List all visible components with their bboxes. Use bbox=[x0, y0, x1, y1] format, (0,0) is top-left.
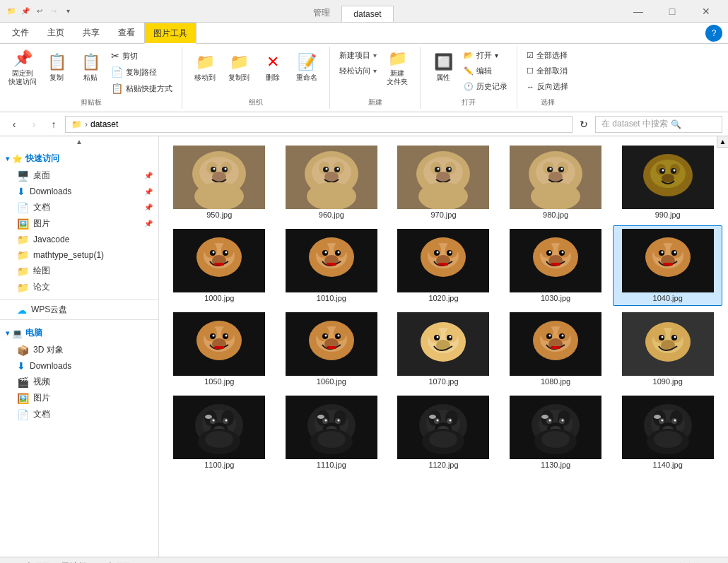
undo-icon[interactable]: ↩ bbox=[34, 6, 45, 17]
downloads-icon-computer: ⬇ bbox=[17, 360, 25, 372]
deselect-label: 全部取消 bbox=[536, 66, 568, 76]
svg-point-183 bbox=[324, 420, 327, 422]
copy-button[interactable]: 📋 复制 bbox=[40, 48, 74, 88]
quick-access-icon[interactable]: 📌 bbox=[20, 6, 31, 17]
tab-view[interactable]: 查看 bbox=[109, 23, 144, 43]
tab-home[interactable]: 主页 bbox=[38, 23, 74, 43]
image-label: 1040.jpg bbox=[653, 294, 683, 302]
svg-point-174 bbox=[205, 431, 233, 448]
image-item[interactable]: 1130.jpg bbox=[501, 392, 611, 473]
computer-header[interactable]: ▾ 💻 电脑 bbox=[0, 324, 158, 342]
svg-point-231 bbox=[654, 415, 661, 419]
ribbon-content: 📌 固定到快速访问 📋 复制 📋 粘贴 ✂ 剪切 bbox=[0, 44, 728, 112]
select-all-button[interactable]: ☑ 全部选择 bbox=[523, 48, 572, 63]
image-item[interactable]: 1040.jpg bbox=[613, 225, 722, 306]
new-item-button[interactable]: 新建项目 ▾ bbox=[336, 48, 380, 63]
sidebar-item-downloads-quick[interactable]: ⬇ Downloads 📌 bbox=[0, 184, 158, 199]
image-item[interactable]: 1080.jpg bbox=[501, 309, 611, 389]
pictures-icon-computer: 🖼️ bbox=[17, 393, 29, 404]
copy-path-button[interactable]: 📄 复制路径 bbox=[107, 64, 176, 80]
sidebar-item-mathtype[interactable]: 📁 mathtype_setup(1) bbox=[0, 247, 158, 263]
quick-access-header[interactable]: ▾ ⭐ 快速访问 bbox=[0, 150, 158, 167]
pin-to-quickaccess-button[interactable]: 📌 固定到快速访问 bbox=[6, 48, 40, 88]
move-label: 移动到 bbox=[194, 73, 216, 83]
image-item[interactable]: 1050.jpg bbox=[165, 309, 274, 389]
maximize-button[interactable]: □ bbox=[656, 0, 688, 23]
edit-button[interactable]: ✏️ 编辑 bbox=[460, 64, 511, 78]
image-item[interactable]: 990.jpg bbox=[613, 142, 722, 223]
move-to-button[interactable]: 📁 移动到 bbox=[188, 48, 222, 88]
sidebar-item-drawing[interactable]: 📁 绘图 bbox=[0, 263, 158, 279]
paste-shortcut-label: 粘贴快捷方式 bbox=[126, 83, 172, 94]
sidebar-item-pictures-quick[interactable]: 🖼️ 图片 📌 bbox=[0, 215, 158, 232]
tab-picture-tools[interactable]: 图片工具 bbox=[144, 23, 196, 44]
properties-label: 属性 bbox=[436, 73, 450, 83]
image-item[interactable]: 1110.jpg bbox=[277, 392, 387, 473]
image-item[interactable]: 1020.jpg bbox=[389, 225, 498, 306]
svg-point-216 bbox=[541, 431, 570, 448]
sidebar-item-documents-computer[interactable]: 📄 文档 bbox=[0, 406, 158, 422]
address-box[interactable]: 📁 › dataset bbox=[65, 116, 573, 133]
search-box[interactable]: 在 dataset 中搜索 🔍 bbox=[595, 116, 722, 133]
sidebar-item-3d-objects[interactable]: 📦 3D 对象 bbox=[0, 342, 158, 358]
tab-file[interactable]: 文件 bbox=[3, 23, 38, 43]
quick-access-label: 快速访问 bbox=[25, 153, 59, 165]
minimize-button[interactable]: — bbox=[622, 0, 654, 23]
back-button[interactable]: ‹ bbox=[6, 116, 23, 133]
easy-access-button[interactable]: 轻松访问 ▾ bbox=[336, 64, 380, 78]
folder-icon-addr: 📁 bbox=[71, 119, 82, 129]
sidebar-item-wps[interactable]: ☁ WPS云盘 bbox=[0, 302, 158, 318]
svg-point-68 bbox=[317, 242, 329, 258]
open-button[interactable]: 📂 打开 ▾ bbox=[460, 48, 511, 63]
tab-manage[interactable]: 管理 bbox=[302, 4, 341, 22]
sidebar-item-thesis[interactable]: 📁 论文 bbox=[0, 279, 158, 295]
new-folder-button[interactable]: 📁 新建文件夹 bbox=[380, 48, 414, 88]
copy-to-button[interactable]: 📁 复制到 bbox=[222, 48, 256, 88]
image-item[interactable]: 1010.jpg bbox=[277, 225, 387, 306]
sidebar-scroll-up[interactable]: ▲ bbox=[0, 136, 158, 147]
history-button[interactable]: 🕐 历史记录 bbox=[460, 79, 511, 94]
paste-shortcut-button[interactable]: 📋 粘贴快捷方式 bbox=[107, 81, 176, 96]
tab-dataset[interactable]: dataset bbox=[341, 6, 393, 22]
image-item[interactable]: 1140.jpg bbox=[613, 392, 722, 473]
up-button[interactable]: ↑ bbox=[45, 116, 62, 133]
dropdown-arrow-icon[interactable]: ▾ bbox=[62, 6, 74, 17]
tab-share[interactable]: 共享 bbox=[74, 23, 109, 43]
image-item[interactable]: 1030.jpg bbox=[501, 225, 611, 306]
image-item[interactable]: 1100.jpg bbox=[165, 392, 274, 473]
help-button[interactable]: ? bbox=[705, 25, 722, 42]
image-item[interactable]: 960.jpg bbox=[277, 142, 387, 223]
image-thumbnail bbox=[173, 146, 265, 209]
svg-point-212 bbox=[562, 420, 564, 422]
image-item[interactable]: 1090.jpg bbox=[613, 309, 722, 389]
sidebar-item-pictures-computer[interactable]: 🖼️ 图片 bbox=[0, 390, 158, 406]
sidebar-item-javacode[interactable]: 📁 Javacode bbox=[0, 232, 158, 247]
redo-icon[interactable]: ↪ bbox=[48, 6, 59, 17]
delete-button[interactable]: ✕ 删除 bbox=[256, 48, 290, 88]
invert-icon: ↔ bbox=[527, 83, 534, 91]
documents-icon-quick: 📄 bbox=[17, 202, 29, 213]
close-button[interactable]: ✕ bbox=[690, 0, 722, 23]
properties-button[interactable]: 🔲 属性 bbox=[426, 48, 460, 88]
svg-point-135 bbox=[445, 327, 458, 343]
sidebar-item-downloads-computer[interactable]: ⬇ Downloads bbox=[0, 358, 158, 374]
image-item[interactable]: 950.jpg bbox=[165, 142, 274, 223]
scroll-up-button[interactable]: ▲ bbox=[717, 136, 728, 148]
image-item[interactable]: 1120.jpg bbox=[389, 392, 498, 473]
open-icon: 📂 bbox=[464, 51, 474, 60]
image-item[interactable]: 1070.jpg bbox=[389, 309, 498, 389]
invert-selection-button[interactable]: ↔ 反向选择 bbox=[523, 79, 572, 94]
svg-point-73 bbox=[337, 251, 339, 254]
cut-button[interactable]: ✂ 剪切 bbox=[107, 48, 176, 64]
paste-button[interactable]: 📋 粘贴 bbox=[74, 48, 107, 88]
image-item[interactable]: 970.jpg bbox=[389, 142, 498, 223]
image-item[interactable]: 980.jpg bbox=[501, 142, 611, 223]
rename-button[interactable]: 📝 重命名 bbox=[290, 48, 324, 88]
refresh-button[interactable]: ↻ bbox=[575, 116, 592, 133]
sidebar-item-videos[interactable]: 🎬 视频 bbox=[0, 374, 158, 390]
image-item[interactable]: 1000.jpg bbox=[165, 225, 274, 306]
image-item[interactable]: 1060.jpg bbox=[277, 309, 387, 389]
deselect-button[interactable]: ☐ 全部取消 bbox=[523, 64, 572, 78]
sidebar-item-documents-quick[interactable]: 📄 文档 📌 bbox=[0, 199, 158, 215]
sidebar-item-desktop[interactable]: 🖥️ 桌面 📌 bbox=[0, 167, 158, 184]
